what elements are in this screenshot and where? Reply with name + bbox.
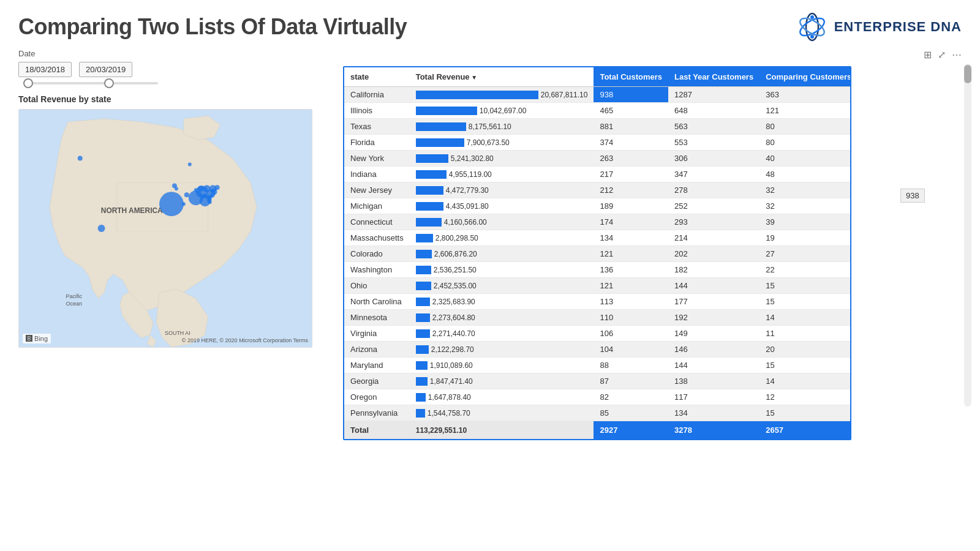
cell-state: Colorado: [344, 246, 410, 262]
col-header-revenue[interactable]: Total Revenue: [410, 67, 594, 87]
cell-state: Maryland: [344, 358, 410, 373]
cell-last-year: 149: [668, 326, 760, 342]
header: Comparing Two Lists Of Data Virtually EN…: [0, 0, 980, 49]
table-row: Washington2,536,251.5013618222: [344, 262, 851, 278]
map-svg: NORTH AMERICA Pacific Ocean SOUTH AI: [19, 110, 312, 347]
cell-customers: 106: [594, 326, 668, 342]
cell-revenue: 1,847,471.40: [410, 373, 594, 389]
more-options-icon[interactable]: ⋯: [952, 49, 962, 61]
cell-comparing: 27: [760, 246, 851, 262]
cell-last-year: 1287: [668, 87, 760, 103]
data-table: state Total Revenue Total Customers Last…: [344, 67, 851, 439]
pacific-ocean-label2: Ocean: [66, 301, 82, 307]
page-title: Comparing Two Lists Of Data Virtually: [18, 14, 407, 40]
cell-customers: 85: [594, 405, 668, 421]
main-content: Date 18/03/2018 20/03/2019 Total Revenue…: [0, 49, 980, 545]
cell-comparing: 11: [760, 326, 851, 342]
dna-logo-icon: [796, 11, 828, 43]
end-date[interactable]: 20/03/2019: [79, 62, 132, 77]
logo-area: ENTERPRISE DNA: [796, 11, 962, 43]
cell-state: Arizona: [344, 342, 410, 358]
cell-comparing: 19: [760, 230, 851, 246]
dot-mn: [194, 188, 198, 192]
table-row: Ohio2,452,535.0012114415: [344, 278, 851, 294]
logo-text: ENTERPRISE DNA: [834, 19, 962, 35]
cell-comparing: 20: [760, 342, 851, 358]
cell-state: Washington: [344, 262, 410, 278]
bing-b-icon: 🅱: [26, 335, 32, 342]
cell-last-year: 347: [668, 167, 760, 182]
north-america-label: NORTH AMERICA: [101, 206, 163, 215]
cell-last-year: 252: [668, 198, 760, 214]
cell-last-year: 146: [668, 342, 760, 358]
cell-last-year: 117: [668, 389, 760, 405]
table-row: Texas8,175,561.1088156380: [344, 119, 851, 135]
cell-comparing: 32: [760, 182, 851, 198]
table-row: Connecticut4,160,566.0017429339: [344, 214, 851, 230]
bing-logo: 🅱 Bing: [23, 334, 51, 343]
cell-last-year: 138: [668, 373, 760, 389]
cell-comparing: 80: [760, 119, 851, 135]
date-slider[interactable]: [23, 82, 158, 84]
cell-state: Pennsylvania: [344, 405, 410, 421]
cell-customers: 121: [594, 246, 668, 262]
cell-state: Minnesota: [344, 310, 410, 326]
cell-comparing: 39: [760, 214, 851, 230]
cell-comparing: 15: [760, 405, 851, 421]
cell-customers: 110: [594, 310, 668, 326]
cell-last-year: 144: [668, 278, 760, 294]
cell-revenue: 2,271,440.70: [410, 326, 594, 342]
expand-icon[interactable]: ⤢: [938, 49, 946, 61]
table-row: Maryland1,910,089.608814415: [344, 358, 851, 373]
dot-co: [184, 192, 189, 197]
dot-california: [159, 192, 184, 216]
cell-state: California: [344, 87, 410, 103]
cell-customers: 104: [594, 342, 668, 358]
map-title: Total Revenue by state: [18, 94, 325, 104]
cell-last-year: 202: [668, 246, 760, 262]
date-section: Date 18/03/2018 20/03/2019: [18, 49, 325, 84]
cell-last-year: 177: [668, 294, 760, 310]
table-row: Colorado2,606,876.2012120227: [344, 246, 851, 262]
scrollbar-thumb[interactable]: [964, 65, 971, 83]
dot-pa: [210, 193, 214, 197]
table-row: Virginia2,271,440.7010614911: [344, 326, 851, 342]
footer-customers: 2927: [594, 421, 668, 440]
cell-revenue: 4,955,119.00: [410, 167, 594, 182]
table-row: Georgia1,847,471.408713814: [344, 373, 851, 389]
cell-customers: 87: [594, 373, 668, 389]
cell-customers: 134: [594, 230, 668, 246]
slider-thumb-left[interactable]: [23, 78, 33, 88]
table-footer: Total 113,229,551.10 2927 3278 2657: [344, 421, 851, 440]
cell-state: Georgia: [344, 373, 410, 389]
cell-state: Texas: [344, 119, 410, 135]
table-header-row: state Total Revenue Total Customers Last…: [344, 67, 851, 87]
dot-az: [182, 202, 186, 206]
cell-last-year: 553: [668, 135, 760, 151]
start-date[interactable]: 18/03/2018: [18, 62, 72, 77]
cell-comparing: 32: [760, 198, 851, 214]
footer-row: Total 113,229,551.10 2927 3278 2657: [344, 421, 851, 440]
cell-revenue: 4,435,091.80: [410, 198, 594, 214]
cell-revenue: 8,175,561.10: [410, 119, 594, 135]
cell-state: New Jersey: [344, 182, 410, 198]
cell-last-year: 563: [668, 119, 760, 135]
table-row: Arizona2,122,298.7010414620: [344, 342, 851, 358]
slider-thumb-right[interactable]: [104, 78, 114, 88]
cell-last-year: 192: [668, 310, 760, 326]
table-row: Florida7,900,673.5037455380: [344, 135, 851, 151]
cell-last-year: 134: [668, 405, 760, 421]
cell-revenue: 1,647,878.40: [410, 389, 594, 405]
cell-customers: 136: [594, 262, 668, 278]
filter-icon[interactable]: ⊞: [924, 49, 932, 61]
scrollbar[interactable]: [964, 64, 971, 407]
date-inputs: 18/03/2018 20/03/2019: [18, 62, 325, 77]
cell-state: North Carolina: [344, 294, 410, 310]
cell-revenue: 2,122,298.70: [410, 342, 594, 358]
cell-customers: 465: [594, 103, 668, 119]
cell-customers: 88: [594, 358, 668, 373]
cell-revenue: 2,536,251.50: [410, 262, 594, 278]
data-table-wrapper: state Total Revenue Total Customers Last…: [343, 66, 851, 440]
dot-canada: [188, 163, 192, 167]
cell-revenue: 4,160,566.00: [410, 214, 594, 230]
